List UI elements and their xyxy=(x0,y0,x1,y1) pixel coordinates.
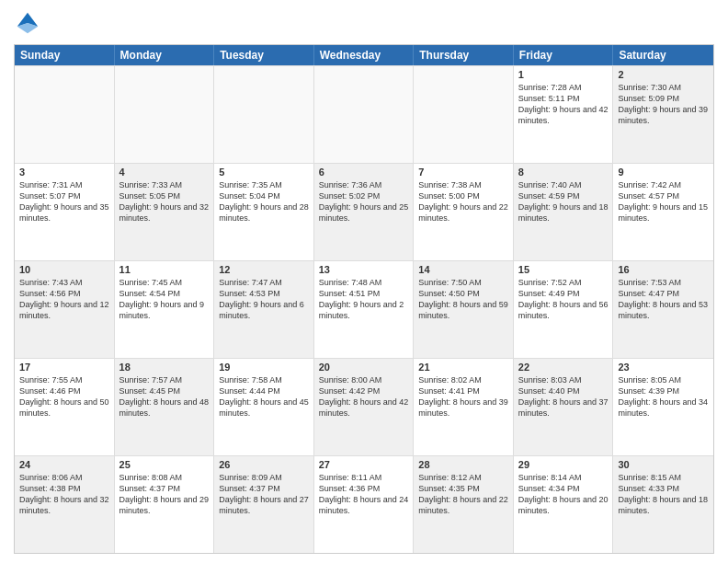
day-number: 8 xyxy=(518,167,609,178)
day-detail: Sunrise: 7:43 AM Sunset: 4:56 PM Dayligh… xyxy=(19,277,109,322)
day-detail: Sunrise: 7:31 AM Sunset: 5:07 PM Dayligh… xyxy=(19,179,109,224)
empty-cell-0-1 xyxy=(115,66,215,163)
day-number: 23 xyxy=(618,362,709,373)
day-header-wednesday: Wednesday xyxy=(314,45,415,65)
day-cell-7: 7Sunrise: 7:38 AM Sunset: 5:00 PM Daylig… xyxy=(414,164,514,260)
day-cell-23: 23Sunrise: 8:05 AM Sunset: 4:39 PM Dayli… xyxy=(613,359,713,455)
day-number: 30 xyxy=(618,459,709,470)
day-number: 19 xyxy=(219,362,309,373)
day-detail: Sunrise: 8:08 AM Sunset: 4:37 PM Dayligh… xyxy=(119,472,210,517)
day-detail: Sunrise: 8:14 AM Sunset: 4:34 PM Dayligh… xyxy=(518,472,609,517)
calendar-row-2: 10Sunrise: 7:43 AM Sunset: 4:56 PM Dayli… xyxy=(15,260,713,358)
calendar-body: 1Sunrise: 7:28 AM Sunset: 5:11 PM Daylig… xyxy=(15,65,713,553)
day-cell-9: 9Sunrise: 7:42 AM Sunset: 4:57 PM Daylig… xyxy=(613,164,713,260)
day-cell-29: 29Sunrise: 8:14 AM Sunset: 4:34 PM Dayli… xyxy=(514,456,614,553)
day-detail: Sunrise: 7:48 AM Sunset: 4:51 PM Dayligh… xyxy=(319,277,409,322)
day-number: 7 xyxy=(418,167,508,178)
day-number: 9 xyxy=(618,167,709,178)
day-cell-2: 2Sunrise: 7:30 AM Sunset: 5:09 PM Daylig… xyxy=(613,66,713,163)
day-number: 21 xyxy=(418,362,508,373)
day-number: 26 xyxy=(219,459,309,470)
day-cell-26: 26Sunrise: 8:09 AM Sunset: 4:37 PM Dayli… xyxy=(214,456,314,553)
day-number: 28 xyxy=(418,459,508,470)
day-header-sunday: Sunday xyxy=(15,45,115,65)
day-cell-16: 16Sunrise: 7:53 AM Sunset: 4:47 PM Dayli… xyxy=(613,261,713,358)
day-detail: Sunrise: 8:00 AM Sunset: 4:42 PM Dayligh… xyxy=(319,374,409,419)
day-detail: Sunrise: 7:55 AM Sunset: 4:46 PM Dayligh… xyxy=(19,374,109,419)
day-number: 16 xyxy=(618,264,709,275)
day-detail: Sunrise: 7:53 AM Sunset: 4:47 PM Dayligh… xyxy=(618,277,709,322)
calendar: SundayMondayTuesdayWednesdayThursdayFrid… xyxy=(14,44,714,554)
empty-cell-0-2 xyxy=(214,66,314,163)
day-cell-15: 15Sunrise: 7:52 AM Sunset: 4:49 PM Dayli… xyxy=(514,261,614,358)
day-cell-30: 30Sunrise: 8:15 AM Sunset: 4:33 PM Dayli… xyxy=(613,456,713,553)
day-cell-4: 4Sunrise: 7:33 AM Sunset: 5:05 PM Daylig… xyxy=(115,164,215,260)
day-detail: Sunrise: 8:03 AM Sunset: 4:40 PM Dayligh… xyxy=(518,374,609,419)
empty-cell-0-0 xyxy=(15,66,115,163)
day-number: 1 xyxy=(518,69,609,80)
day-detail: Sunrise: 7:57 AM Sunset: 4:45 PM Dayligh… xyxy=(119,374,210,419)
calendar-row-0: 1Sunrise: 7:28 AM Sunset: 5:11 PM Daylig… xyxy=(15,65,713,163)
header xyxy=(14,9,714,37)
day-number: 24 xyxy=(19,459,109,470)
day-cell-17: 17Sunrise: 7:55 AM Sunset: 4:46 PM Dayli… xyxy=(15,359,115,455)
day-number: 2 xyxy=(618,69,709,80)
day-detail: Sunrise: 7:42 AM Sunset: 4:57 PM Dayligh… xyxy=(618,179,709,224)
day-cell-18: 18Sunrise: 7:57 AM Sunset: 4:45 PM Dayli… xyxy=(115,359,215,455)
day-detail: Sunrise: 8:06 AM Sunset: 4:38 PM Dayligh… xyxy=(19,472,109,517)
day-header-tuesday: Tuesday xyxy=(214,45,314,65)
day-cell-28: 28Sunrise: 8:12 AM Sunset: 4:35 PM Dayli… xyxy=(414,456,514,553)
empty-cell-0-4 xyxy=(414,66,514,163)
day-cell-1: 1Sunrise: 7:28 AM Sunset: 5:11 PM Daylig… xyxy=(514,66,614,163)
day-detail: Sunrise: 7:33 AM Sunset: 5:05 PM Dayligh… xyxy=(119,179,210,224)
day-number: 5 xyxy=(219,167,309,178)
day-number: 14 xyxy=(418,264,508,275)
day-cell-14: 14Sunrise: 7:50 AM Sunset: 4:50 PM Dayli… xyxy=(414,261,514,358)
day-number: 25 xyxy=(119,459,210,470)
day-cell-21: 21Sunrise: 8:02 AM Sunset: 4:41 PM Dayli… xyxy=(414,359,514,455)
day-cell-6: 6Sunrise: 7:36 AM Sunset: 5:02 PM Daylig… xyxy=(314,164,415,260)
day-number: 11 xyxy=(119,264,210,275)
day-cell-24: 24Sunrise: 8:06 AM Sunset: 4:38 PM Dayli… xyxy=(15,456,115,553)
calendar-row-1: 3Sunrise: 7:31 AM Sunset: 5:07 PM Daylig… xyxy=(15,163,713,260)
day-cell-20: 20Sunrise: 8:00 AM Sunset: 4:42 PM Dayli… xyxy=(314,359,415,455)
day-detail: Sunrise: 7:58 AM Sunset: 4:44 PM Dayligh… xyxy=(219,374,309,419)
day-cell-3: 3Sunrise: 7:31 AM Sunset: 5:07 PM Daylig… xyxy=(15,164,115,260)
day-detail: Sunrise: 7:30 AM Sunset: 5:09 PM Dayligh… xyxy=(618,82,709,127)
day-cell-13: 13Sunrise: 7:48 AM Sunset: 4:51 PM Dayli… xyxy=(314,261,415,358)
day-detail: Sunrise: 7:45 AM Sunset: 4:54 PM Dayligh… xyxy=(119,277,210,322)
day-detail: Sunrise: 8:12 AM Sunset: 4:35 PM Dayligh… xyxy=(418,472,508,517)
day-cell-10: 10Sunrise: 7:43 AM Sunset: 4:56 PM Dayli… xyxy=(15,261,115,358)
day-detail: Sunrise: 7:50 AM Sunset: 4:50 PM Dayligh… xyxy=(418,277,508,322)
day-detail: Sunrise: 8:09 AM Sunset: 4:37 PM Dayligh… xyxy=(219,472,309,517)
day-detail: Sunrise: 8:11 AM Sunset: 4:36 PM Dayligh… xyxy=(319,472,409,517)
logo xyxy=(14,9,45,37)
calendar-row-4: 24Sunrise: 8:06 AM Sunset: 4:38 PM Dayli… xyxy=(15,455,713,553)
day-header-saturday: Saturday xyxy=(613,45,713,65)
logo-icon xyxy=(14,9,41,37)
day-number: 20 xyxy=(319,362,409,373)
day-detail: Sunrise: 7:52 AM Sunset: 4:49 PM Dayligh… xyxy=(518,277,609,322)
day-number: 15 xyxy=(518,264,609,275)
day-cell-8: 8Sunrise: 7:40 AM Sunset: 4:59 PM Daylig… xyxy=(514,164,614,260)
day-header-monday: Monday xyxy=(115,45,215,65)
empty-cell-0-3 xyxy=(314,66,415,163)
day-header-friday: Friday xyxy=(514,45,614,65)
day-cell-11: 11Sunrise: 7:45 AM Sunset: 4:54 PM Dayli… xyxy=(115,261,215,358)
day-detail: Sunrise: 7:40 AM Sunset: 4:59 PM Dayligh… xyxy=(518,179,609,224)
day-cell-5: 5Sunrise: 7:35 AM Sunset: 5:04 PM Daylig… xyxy=(214,164,314,260)
day-number: 13 xyxy=(319,264,409,275)
day-detail: Sunrise: 7:36 AM Sunset: 5:02 PM Dayligh… xyxy=(319,179,409,224)
day-header-thursday: Thursday xyxy=(414,45,514,65)
day-detail: Sunrise: 7:35 AM Sunset: 5:04 PM Dayligh… xyxy=(219,179,309,224)
day-cell-19: 19Sunrise: 7:58 AM Sunset: 4:44 PM Dayli… xyxy=(214,359,314,455)
day-number: 6 xyxy=(319,167,409,178)
day-cell-22: 22Sunrise: 8:03 AM Sunset: 4:40 PM Dayli… xyxy=(514,359,614,455)
day-detail: Sunrise: 7:47 AM Sunset: 4:53 PM Dayligh… xyxy=(219,277,309,322)
day-number: 17 xyxy=(19,362,109,373)
day-number: 27 xyxy=(319,459,409,470)
day-number: 4 xyxy=(119,167,210,178)
day-number: 10 xyxy=(19,264,109,275)
day-cell-25: 25Sunrise: 8:08 AM Sunset: 4:37 PM Dayli… xyxy=(115,456,215,553)
day-detail: Sunrise: 7:38 AM Sunset: 5:00 PM Dayligh… xyxy=(418,179,508,224)
